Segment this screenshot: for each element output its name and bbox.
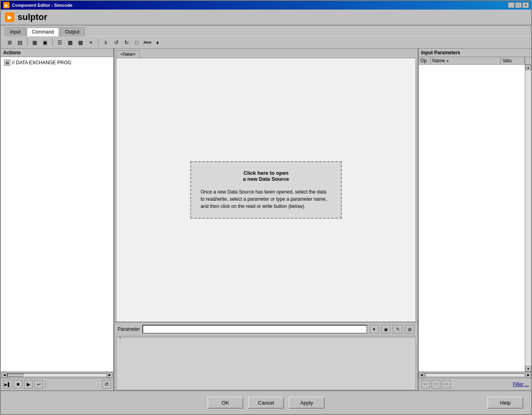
center-panel: <New> Click here to open a new Data Sour… [114,49,418,390]
vscroll-down-arrow[interactable]: ▼ [525,366,531,372]
close-button[interactable]: × [522,2,529,8]
lt-sep [45,381,46,388]
col-scrollbar-top [525,57,531,64]
app-title: sulptor [18,12,47,22]
hscroll-thumb[interactable] [8,374,24,377]
lt-btn-load[interactable]: ↩ [34,380,43,389]
data-source-title: Click here to open a new Data Source [201,170,331,182]
center-tab-new[interactable]: <New> [116,50,140,58]
rt-btn-cut2[interactable]: ✂ [432,380,440,389]
toolbar-btn-undo[interactable]: ↺ [111,38,121,47]
toolbar-btn-3[interactable]: ▦ [30,38,39,47]
parameter-bar: Parameter ▼ ▣ ✎ ⊘ [114,322,418,336]
filter-button[interactable]: Filter ... [513,381,529,387]
parameter-input[interactable] [142,325,367,334]
panels-row: Actions ▤ // DATA EXCHANGE PROG ◀ ▶ ▶▌ [1,49,531,390]
app-header: ▶ sulptor [1,10,531,26]
col-header-op: Op [419,57,431,64]
app-title-icon: ▶ [3,2,10,8]
apply-button[interactable]: Apply [289,397,325,409]
window-title: Component Editor - Simcode [12,3,73,8]
title-bar: ▶ Component Editor - Simcode _ □ × [1,1,531,10]
lt-btn-refresh[interactable]: ↺ [102,380,111,389]
toolbar-btn-7[interactable]: ▦ [76,38,85,47]
bottom-area: OK Cancel Apply Help [1,390,531,414]
title-bar-left: ▶ Component Editor - Simcode [3,2,73,8]
center-bottom-panel [116,338,416,390]
toolbar-btn-6[interactable]: ▩ [65,38,75,47]
toolbar-btn-1[interactable]: ⊞ [5,38,14,47]
right-table-content: ▲ ▼ [419,65,531,372]
data-source-box[interactable]: Click here to open a new Data Source Onc… [190,161,342,219]
rt-btn-cut3[interactable]: ✂ [442,380,451,389]
actions-panel-header: Actions [1,49,113,57]
cancel-button[interactable]: Cancel [248,397,284,409]
toolbar-btn-8[interactable]: ≡ [86,38,96,47]
tab-output[interactable]: Output [60,28,85,36]
rhscroll-track[interactable] [425,373,525,377]
col-header-name: Name ▲ [431,57,501,64]
lt-btn-record[interactable]: ▶▌ [3,380,12,389]
minimize-button[interactable]: _ [508,2,514,8]
right-hscrollbar[interactable]: ◀ ▶ [419,372,531,378]
main-window: ▶ Component Editor - Simcode _ □ × ▶ sul… [0,0,532,415]
left-panel-toolbar: ▶▌ ■ ▶ ↩ ↺ [1,378,113,390]
title-controls: _ □ × [508,2,529,8]
rt-btn-cut1[interactable]: ✂ [421,380,430,389]
ok-button[interactable]: OK [207,397,243,409]
hscroll-left-arrow[interactable]: ◀ [2,372,7,378]
toolbar-sep-1 [27,38,28,46]
tree-item-data-exchange[interactable]: ▤ // DATA EXCHANGE PROG [2,59,112,67]
col-header-value: Valu [501,57,525,64]
param-write-btn[interactable]: ✎ [393,325,402,334]
left-panel: Actions ▤ // DATA EXCHANGE PROG ◀ ▶ ▶▌ [1,49,114,390]
data-source-description: Once a new Data Source has been opened, … [201,188,331,210]
right-panel-toolbar: ✂ ✂ ✂ Filter ... [419,378,531,390]
vscroll-track[interactable] [525,70,531,366]
hscroll-track[interactable] [7,373,107,377]
tab-command[interactable]: Command [27,28,59,36]
toolbar-sep-3 [98,38,99,46]
toolbar-btn-2[interactable]: ▤ [15,38,25,47]
actions-panel-content: ▤ // DATA EXCHANGE PROG [1,57,113,372]
toolbar-btn-lambda[interactable]: λ [101,38,110,47]
center-main[interactable]: Click here to open a new Data Source Onc… [116,58,416,322]
maximize-button[interactable]: □ [515,2,522,8]
hscroll-right-arrow[interactable]: ▶ [107,372,112,378]
input-parameters-header: Input Parameters [419,49,531,57]
param-clear-btn[interactable]: ⊘ [405,325,414,334]
bottom-button-row: OK Cancel Apply Help [1,397,531,409]
lt-btn-stop[interactable]: ■ [14,380,22,389]
tabs-bar: Input Command Output [1,26,531,36]
toolbar-btn-redo[interactable]: ↻ [122,38,131,47]
left-panel-hscrollbar[interactable]: ◀ ▶ [1,372,113,378]
parameter-label: Parameter [118,326,140,332]
app-icon: ▶ [5,12,14,22]
toolbar-btn-4[interactable]: ▣ [40,38,50,47]
help-button[interactable]: Help [487,397,523,409]
toolbar-btn-gem[interactable]: ♦ [153,38,162,47]
right-vscrollbar[interactable]: ▲ ▼ [525,65,531,372]
right-panel: Input Parameters Op Name ▲ Valu ▲ ▼ [418,49,531,390]
lt-btn-play[interactable]: ▶ [24,380,33,389]
rhscroll-left-arrow[interactable]: ◀ [419,372,424,378]
center-tabs: <New> [114,49,418,58]
rhscroll-right-arrow[interactable]: ▶ [526,372,531,378]
toolbar-btn-java[interactable]: Java [142,38,152,47]
toolbar-btn-5[interactable]: ☰ [55,38,65,47]
tree-item-label: // DATA EXCHANGE PROG [12,60,71,65]
toolbar-btn-stop[interactable]: □ [132,38,142,47]
tree-item-icon: ▤ [4,59,10,66]
vscroll-up-arrow[interactable]: ▲ [525,65,531,70]
toolbar-sep-2 [52,38,53,46]
parameter-dropdown-btn[interactable]: ▼ [370,325,378,334]
tab-input[interactable]: Input [5,28,26,36]
right-table-header: Op Name ▲ Valu [419,57,531,65]
content-area: Actions ▤ // DATA EXCHANGE PROG ◀ ▶ ▶▌ [1,49,531,414]
col-sort-icon[interactable]: ▲ [446,59,449,63]
main-toolbar: ⊞ ▤ ▦ ▣ ☰ ▩ ▦ ≡ λ ↺ ↻ □ Java ♦ [1,36,531,49]
param-read-btn[interactable]: ▣ [381,325,390,334]
